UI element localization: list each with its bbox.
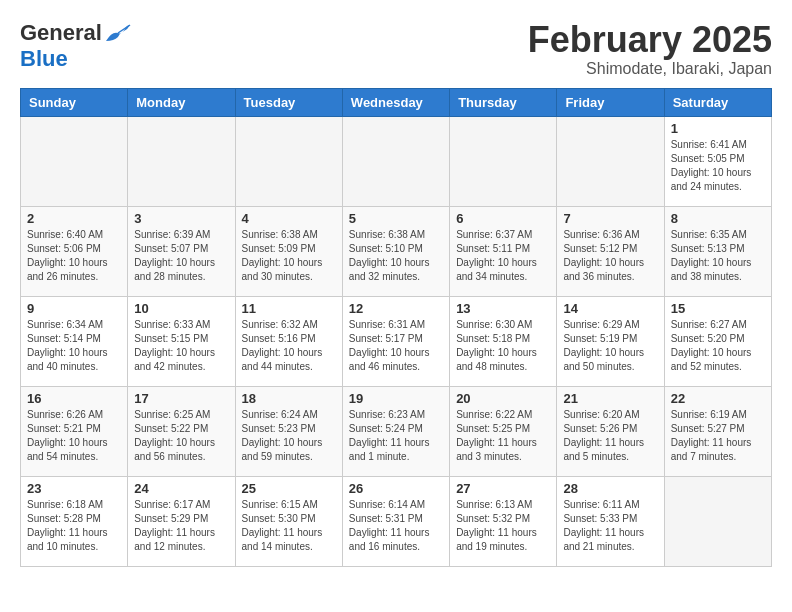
day-number: 10 xyxy=(134,301,228,316)
calendar-cell: 20Sunrise: 6:22 AM Sunset: 5:25 PM Dayli… xyxy=(450,386,557,476)
day-number: 8 xyxy=(671,211,765,226)
calendar-cell: 9Sunrise: 6:34 AM Sunset: 5:14 PM Daylig… xyxy=(21,296,128,386)
calendar-cell xyxy=(557,116,664,206)
calendar-table: SundayMondayTuesdayWednesdayThursdayFrid… xyxy=(20,88,772,567)
calendar-cell: 7Sunrise: 6:36 AM Sunset: 5:12 PM Daylig… xyxy=(557,206,664,296)
day-number: 15 xyxy=(671,301,765,316)
day-number: 22 xyxy=(671,391,765,406)
calendar-header-sunday: Sunday xyxy=(21,88,128,116)
calendar-cell: 22Sunrise: 6:19 AM Sunset: 5:27 PM Dayli… xyxy=(664,386,771,476)
calendar-cell: 1Sunrise: 6:41 AM Sunset: 5:05 PM Daylig… xyxy=(664,116,771,206)
day-info: Sunrise: 6:30 AM Sunset: 5:18 PM Dayligh… xyxy=(456,318,550,374)
day-info: Sunrise: 6:19 AM Sunset: 5:27 PM Dayligh… xyxy=(671,408,765,464)
logo-blue-text: Blue xyxy=(20,46,68,72)
day-info: Sunrise: 6:39 AM Sunset: 5:07 PM Dayligh… xyxy=(134,228,228,284)
day-info: Sunrise: 6:34 AM Sunset: 5:14 PM Dayligh… xyxy=(27,318,121,374)
day-info: Sunrise: 6:26 AM Sunset: 5:21 PM Dayligh… xyxy=(27,408,121,464)
calendar-cell: 12Sunrise: 6:31 AM Sunset: 5:17 PM Dayli… xyxy=(342,296,449,386)
title-block: February 2025 Shimodate, Ibaraki, Japan xyxy=(528,20,772,78)
calendar-cell xyxy=(235,116,342,206)
calendar-header-saturday: Saturday xyxy=(664,88,771,116)
calendar-cell xyxy=(450,116,557,206)
day-number: 5 xyxy=(349,211,443,226)
day-info: Sunrise: 6:41 AM Sunset: 5:05 PM Dayligh… xyxy=(671,138,765,194)
day-info: Sunrise: 6:14 AM Sunset: 5:31 PM Dayligh… xyxy=(349,498,443,554)
calendar-cell: 27Sunrise: 6:13 AM Sunset: 5:32 PM Dayli… xyxy=(450,476,557,566)
day-info: Sunrise: 6:27 AM Sunset: 5:20 PM Dayligh… xyxy=(671,318,765,374)
calendar-cell: 4Sunrise: 6:38 AM Sunset: 5:09 PM Daylig… xyxy=(235,206,342,296)
day-number: 12 xyxy=(349,301,443,316)
logo-general-text: General xyxy=(20,20,102,46)
calendar-week-row: 23Sunrise: 6:18 AM Sunset: 5:28 PM Dayli… xyxy=(21,476,772,566)
logo: General Blue xyxy=(20,20,132,72)
day-number: 3 xyxy=(134,211,228,226)
day-info: Sunrise: 6:29 AM Sunset: 5:19 PM Dayligh… xyxy=(563,318,657,374)
calendar-week-row: 1Sunrise: 6:41 AM Sunset: 5:05 PM Daylig… xyxy=(21,116,772,206)
calendar-header-monday: Monday xyxy=(128,88,235,116)
location-title: Shimodate, Ibaraki, Japan xyxy=(528,60,772,78)
day-number: 24 xyxy=(134,481,228,496)
day-info: Sunrise: 6:13 AM Sunset: 5:32 PM Dayligh… xyxy=(456,498,550,554)
calendar-cell: 26Sunrise: 6:14 AM Sunset: 5:31 PM Dayli… xyxy=(342,476,449,566)
logo-bird-icon xyxy=(104,23,132,43)
day-number: 28 xyxy=(563,481,657,496)
day-number: 4 xyxy=(242,211,336,226)
day-number: 1 xyxy=(671,121,765,136)
calendar-cell: 16Sunrise: 6:26 AM Sunset: 5:21 PM Dayli… xyxy=(21,386,128,476)
day-info: Sunrise: 6:32 AM Sunset: 5:16 PM Dayligh… xyxy=(242,318,336,374)
calendar-cell: 13Sunrise: 6:30 AM Sunset: 5:18 PM Dayli… xyxy=(450,296,557,386)
day-number: 23 xyxy=(27,481,121,496)
day-info: Sunrise: 6:36 AM Sunset: 5:12 PM Dayligh… xyxy=(563,228,657,284)
day-info: Sunrise: 6:23 AM Sunset: 5:24 PM Dayligh… xyxy=(349,408,443,464)
calendar-cell xyxy=(342,116,449,206)
day-info: Sunrise: 6:18 AM Sunset: 5:28 PM Dayligh… xyxy=(27,498,121,554)
calendar-cell: 5Sunrise: 6:38 AM Sunset: 5:10 PM Daylig… xyxy=(342,206,449,296)
calendar-cell: 6Sunrise: 6:37 AM Sunset: 5:11 PM Daylig… xyxy=(450,206,557,296)
day-info: Sunrise: 6:24 AM Sunset: 5:23 PM Dayligh… xyxy=(242,408,336,464)
day-number: 20 xyxy=(456,391,550,406)
calendar-header-wednesday: Wednesday xyxy=(342,88,449,116)
day-info: Sunrise: 6:25 AM Sunset: 5:22 PM Dayligh… xyxy=(134,408,228,464)
calendar-cell: 3Sunrise: 6:39 AM Sunset: 5:07 PM Daylig… xyxy=(128,206,235,296)
calendar-cell: 14Sunrise: 6:29 AM Sunset: 5:19 PM Dayli… xyxy=(557,296,664,386)
day-info: Sunrise: 6:38 AM Sunset: 5:09 PM Dayligh… xyxy=(242,228,336,284)
day-number: 25 xyxy=(242,481,336,496)
calendar-cell: 25Sunrise: 6:15 AM Sunset: 5:30 PM Dayli… xyxy=(235,476,342,566)
day-info: Sunrise: 6:22 AM Sunset: 5:25 PM Dayligh… xyxy=(456,408,550,464)
day-number: 2 xyxy=(27,211,121,226)
day-info: Sunrise: 6:31 AM Sunset: 5:17 PM Dayligh… xyxy=(349,318,443,374)
day-number: 14 xyxy=(563,301,657,316)
day-number: 7 xyxy=(563,211,657,226)
day-info: Sunrise: 6:20 AM Sunset: 5:26 PM Dayligh… xyxy=(563,408,657,464)
calendar-week-row: 16Sunrise: 6:26 AM Sunset: 5:21 PM Dayli… xyxy=(21,386,772,476)
day-info: Sunrise: 6:15 AM Sunset: 5:30 PM Dayligh… xyxy=(242,498,336,554)
calendar-cell: 18Sunrise: 6:24 AM Sunset: 5:23 PM Dayli… xyxy=(235,386,342,476)
calendar-cell: 23Sunrise: 6:18 AM Sunset: 5:28 PM Dayli… xyxy=(21,476,128,566)
calendar-cell: 28Sunrise: 6:11 AM Sunset: 5:33 PM Dayli… xyxy=(557,476,664,566)
calendar-cell: 21Sunrise: 6:20 AM Sunset: 5:26 PM Dayli… xyxy=(557,386,664,476)
calendar-cell: 2Sunrise: 6:40 AM Sunset: 5:06 PM Daylig… xyxy=(21,206,128,296)
month-title: February 2025 xyxy=(528,20,772,60)
day-number: 13 xyxy=(456,301,550,316)
page-header: General Blue February 2025 Shimodate, Ib… xyxy=(20,20,772,78)
calendar-cell: 17Sunrise: 6:25 AM Sunset: 5:22 PM Dayli… xyxy=(128,386,235,476)
day-number: 21 xyxy=(563,391,657,406)
calendar-header-tuesday: Tuesday xyxy=(235,88,342,116)
day-number: 11 xyxy=(242,301,336,316)
calendar-header-row: SundayMondayTuesdayWednesdayThursdayFrid… xyxy=(21,88,772,116)
day-number: 18 xyxy=(242,391,336,406)
calendar-cell: 15Sunrise: 6:27 AM Sunset: 5:20 PM Dayli… xyxy=(664,296,771,386)
day-info: Sunrise: 6:17 AM Sunset: 5:29 PM Dayligh… xyxy=(134,498,228,554)
day-number: 27 xyxy=(456,481,550,496)
day-number: 26 xyxy=(349,481,443,496)
calendar-cell: 24Sunrise: 6:17 AM Sunset: 5:29 PM Dayli… xyxy=(128,476,235,566)
day-number: 6 xyxy=(456,211,550,226)
calendar-cell: 10Sunrise: 6:33 AM Sunset: 5:15 PM Dayli… xyxy=(128,296,235,386)
calendar-week-row: 9Sunrise: 6:34 AM Sunset: 5:14 PM Daylig… xyxy=(21,296,772,386)
day-info: Sunrise: 6:11 AM Sunset: 5:33 PM Dayligh… xyxy=(563,498,657,554)
calendar-cell xyxy=(21,116,128,206)
day-info: Sunrise: 6:33 AM Sunset: 5:15 PM Dayligh… xyxy=(134,318,228,374)
day-info: Sunrise: 6:37 AM Sunset: 5:11 PM Dayligh… xyxy=(456,228,550,284)
day-number: 16 xyxy=(27,391,121,406)
day-number: 19 xyxy=(349,391,443,406)
